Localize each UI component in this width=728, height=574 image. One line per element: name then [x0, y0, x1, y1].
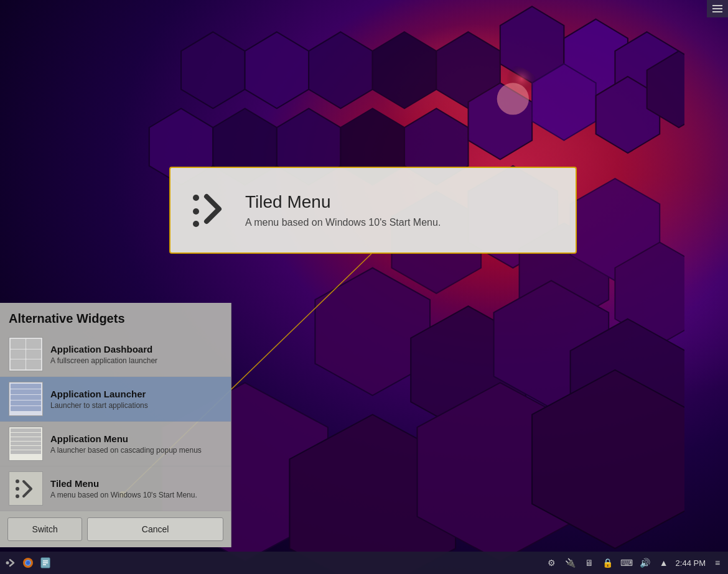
- svg-point-37: [16, 479, 19, 483]
- widget-chooser-panel: Alternative Widgets Application Dashboar…: [0, 303, 231, 547]
- svg-marker-3: [373, 32, 437, 108]
- widget-item-tiled[interactable]: Tiled Menu A menu based on Windows 10's …: [0, 466, 231, 511]
- widget-item-menu[interactable]: Application Menu A launcher based on cas…: [0, 422, 231, 466]
- svg-point-40: [6, 562, 9, 565]
- widget-thumb-menu: [9, 427, 43, 461]
- volume-taskbar-icon[interactable]: 🔊: [638, 556, 652, 570]
- widget-name-launcher: Application Launcher: [50, 389, 148, 399]
- widget-name-tiled: Tiled Menu: [50, 478, 197, 489]
- widget-info-dashboard: Application Dashboard A fullscreen appli…: [50, 344, 157, 365]
- svg-marker-0: [181, 32, 245, 108]
- svg-point-31: [497, 83, 529, 114]
- power-taskbar-icon[interactable]: 🔌: [564, 556, 577, 570]
- svg-marker-2: [309, 32, 373, 108]
- taskbar-menu-icon[interactable]: ≡: [711, 556, 724, 570]
- panel-buttons: Switch Cancel: [0, 511, 231, 547]
- tooltip-text-area: Tiled Menu A menu based on Windows 10's …: [245, 192, 441, 228]
- widget-name-menu: Application Menu: [50, 433, 202, 444]
- widget-thumb-dashboard: [9, 337, 43, 371]
- taskbar-left: [4, 556, 52, 570]
- svg-point-38: [16, 487, 19, 491]
- svg-point-35: [193, 208, 199, 215]
- notes-taskbar-icon[interactable]: [39, 556, 52, 570]
- svg-point-36: [193, 221, 199, 227]
- settings-taskbar-icon[interactable]: ⚙: [545, 556, 559, 570]
- svg-marker-1: [245, 32, 309, 108]
- hamburger-icon: [712, 5, 722, 12]
- widget-item-launcher[interactable]: Application Launcher Launcher to start a…: [0, 377, 231, 422]
- widget-desc-dashboard: A fullscreen application launcher: [50, 356, 157, 365]
- lock-taskbar-icon[interactable]: 🔒: [601, 556, 615, 570]
- widget-item-dashboard[interactable]: Application Dashboard A fullscreen appli…: [0, 332, 231, 377]
- svg-point-39: [16, 494, 19, 498]
- app-launcher-taskbar-icon[interactable]: [4, 556, 17, 570]
- widget-desc-launcher: Launcher to start applications: [50, 401, 148, 410]
- screen-taskbar-icon[interactable]: 🖥: [582, 556, 596, 570]
- tooltip-description: A menu based on Windows 10's Start Menu.: [245, 217, 441, 228]
- taskbar: ⚙ 🔌 🖥 🔒 ⌨ 🔊 ▲ 2:44 PM ≡: [0, 552, 728, 574]
- panel-title: Alternative Widgets: [0, 303, 231, 332]
- widget-thumb-tiled: [9, 471, 43, 506]
- widget-info-menu: Application Menu A launcher based on cas…: [50, 433, 202, 455]
- tooltip-preview-card: Tiled Menu A menu based on Windows 10's …: [169, 167, 577, 254]
- menu-button[interactable]: [707, 0, 728, 17]
- widget-desc-menu: A launcher based on cascading popup menu…: [50, 446, 202, 455]
- widget-name-dashboard: Application Dashboard: [50, 344, 157, 354]
- widget-desc-tiled: A menu based on Windows 10's Start Menu.: [50, 491, 197, 499]
- tooltip-icon: [183, 185, 233, 235]
- svg-point-34: [193, 195, 199, 201]
- cancel-button[interactable]: Cancel: [87, 517, 223, 541]
- tooltip-title: Tiled Menu: [245, 192, 441, 212]
- tray-expand-icon[interactable]: ▲: [657, 556, 671, 570]
- widget-info-tiled: Tiled Menu A menu based on Windows 10's …: [50, 478, 197, 499]
- firefox-taskbar-icon[interactable]: [21, 556, 35, 570]
- widget-thumb-launcher: [9, 382, 43, 416]
- keyboard-taskbar-icon[interactable]: ⌨: [620, 556, 633, 570]
- taskbar-clock: 2:44 PM: [676, 558, 706, 568]
- svg-point-43: [26, 561, 30, 565]
- widget-info-launcher: Application Launcher Launcher to start a…: [50, 389, 148, 410]
- switch-button[interactable]: Switch: [7, 517, 82, 541]
- taskbar-right: ⚙ 🔌 🖥 🔒 ⌨ 🔊 ▲ 2:44 PM ≡: [545, 556, 724, 570]
